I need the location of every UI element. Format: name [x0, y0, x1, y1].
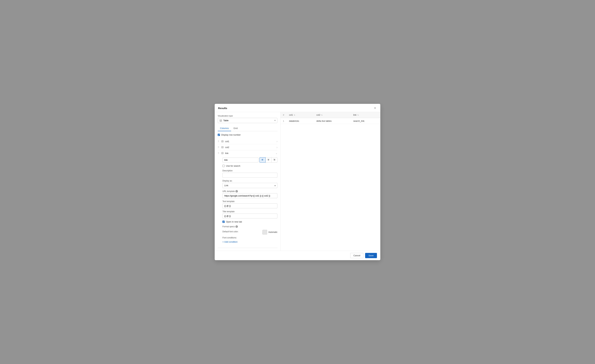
- format-specs-help-icon[interactable]: i: [235, 225, 238, 228]
- col-name-col1: col1: [225, 140, 277, 143]
- svg-rect-0: [220, 120, 222, 122]
- drag-handle-col1[interactable]: ⠿: [218, 140, 220, 143]
- sort-icon-col1: ⇅: [294, 114, 295, 116]
- open-new-tab-label: Open in new tab: [226, 220, 242, 223]
- results-modal: Results × Visualization type: [215, 104, 380, 260]
- description-label: Description: [222, 170, 277, 172]
- expand-arrow-col1: ›: [277, 140, 277, 143]
- left-panel: Visualization type: [215, 112, 281, 251]
- col-name-col2: col2: [225, 146, 277, 149]
- font-conditions-label: Font conditions:: [222, 237, 277, 239]
- column-item-col1[interactable]: ⠿ col1 ›: [218, 138, 277, 144]
- align-center-button[interactable]: [265, 157, 271, 163]
- format-specs-row: Format specs i: [222, 225, 277, 228]
- format-specs-label: Format specs i: [222, 225, 277, 228]
- url-template-help-icon[interactable]: i: [235, 190, 238, 192]
- title-template-label: Title template: [222, 210, 277, 213]
- display-row-number-checkbox[interactable]: [218, 134, 220, 136]
- col-type-icon-col2: [221, 145, 224, 149]
- open-new-tab-checkbox[interactable]: [222, 221, 225, 223]
- color-swatch-automatic[interactable]: [262, 230, 267, 234]
- cell-col2: delta live tables: [314, 118, 351, 124]
- text-template-input[interactable]: [222, 203, 277, 208]
- col-expand-header-link[interactable]: ⠿ link ⌄: [218, 150, 277, 156]
- column-item-link: ⠿ link ⌄: [218, 150, 277, 248]
- use-for-search-label: Use for search: [226, 165, 240, 167]
- url-template-label: URL template i: [222, 190, 277, 192]
- drag-handle-link[interactable]: ⠿: [218, 152, 220, 154]
- display-as-row: Display as: Plain Link Image JSON: [222, 180, 277, 188]
- description-input[interactable]: [222, 173, 277, 178]
- col-expand-body-link: Use for search Description Display as:: [218, 156, 277, 248]
- save-button[interactable]: Save: [365, 253, 377, 258]
- add-condition-button[interactable]: + Add condition: [222, 240, 237, 244]
- close-button[interactable]: ×: [373, 106, 377, 110]
- col-name-input[interactable]: [222, 158, 258, 162]
- cell-link[interactable]: search_link: [351, 118, 380, 124]
- viz-type-value: Table: [223, 119, 228, 122]
- open-new-tab-row: Open in new tab: [222, 220, 277, 223]
- title-template-row: Title template: [222, 210, 277, 219]
- use-for-search-checkbox[interactable]: [222, 165, 225, 167]
- color-swatch-row: Automatic: [262, 230, 277, 234]
- collapse-arrow-link: ⌄: [276, 152, 277, 154]
- url-template-row: URL template i: [222, 190, 277, 198]
- column-list: ⠿ col1 › ⠿: [218, 138, 277, 248]
- display-as-label: Display as:: [222, 180, 277, 182]
- col-input-row: [222, 157, 277, 163]
- modal-body: Visualization type: [215, 112, 380, 251]
- align-right-button[interactable]: [271, 157, 277, 163]
- color-automatic-label: Automatic: [269, 231, 277, 233]
- text-template-row: Text template: [222, 200, 277, 208]
- title-template-input[interactable]: [222, 213, 277, 219]
- drag-handle-col2[interactable]: ⠿: [218, 146, 220, 149]
- table-row: 1 databricks delta live tables search_li…: [281, 118, 380, 124]
- display-as-select[interactable]: Plain Link Image JSON: [222, 183, 277, 188]
- text-template-label: Text template: [222, 200, 277, 203]
- default-font-color-label: Default font color:: [222, 230, 238, 233]
- url-template-input[interactable]: [222, 193, 277, 198]
- col-type-icon-link: [221, 151, 224, 155]
- cancel-button[interactable]: Cancel: [350, 253, 363, 258]
- tab-columns[interactable]: Columns: [218, 126, 231, 131]
- col-header-num: #: [281, 112, 287, 118]
- modal-title: Results: [218, 107, 227, 110]
- align-left-button[interactable]: [259, 157, 266, 163]
- modal-header: Results ×: [215, 104, 380, 112]
- description-row: Description: [222, 170, 277, 178]
- display-row-number-label: Display row number: [221, 134, 241, 136]
- left-panel-inner: Visualization type: [215, 112, 280, 251]
- preview-table: # col1 ⇅ col2 ⇅: [281, 112, 380, 124]
- viz-type-select[interactable]: Table ▾: [218, 118, 277, 123]
- col-header-col1[interactable]: col1 ⇅: [287, 112, 314, 118]
- expand-arrow-col2: ›: [277, 146, 277, 149]
- col-name-link: link: [225, 152, 276, 154]
- use-for-search-row: Use for search: [222, 165, 277, 167]
- sort-icon-col2: ⇅: [321, 114, 323, 116]
- right-panel: # col1 ⇅ col2 ⇅: [281, 112, 380, 251]
- sort-icon-link: ⇅: [357, 114, 359, 116]
- default-font-color-row: Default font color: Automatic: [222, 230, 277, 234]
- cell-row-num: 1: [281, 118, 287, 124]
- cell-col1: databricks: [287, 118, 314, 124]
- col-header-col2[interactable]: col2 ⇅: [314, 112, 351, 118]
- table-icon: [220, 119, 222, 122]
- chevron-down-icon: ▾: [275, 119, 276, 122]
- align-btn-group: [259, 157, 277, 163]
- modal-overlay: Results × Visualization type: [0, 0, 595, 364]
- display-row-number-row: Display row number: [218, 134, 277, 136]
- tabs-bar: Columns Grid: [218, 126, 277, 131]
- modal-footer: Cancel Save: [215, 251, 380, 260]
- font-conditions-row: Font conditions: + Add condition: [222, 237, 277, 244]
- col-type-icon-col1: [221, 140, 224, 143]
- display-as-select-wrap: Plain Link Image JSON: [222, 183, 277, 188]
- column-item-col2[interactable]: ⠿ col2 ›: [218, 144, 277, 150]
- tab-grid[interactable]: Grid: [231, 126, 240, 131]
- col-header-link[interactable]: link ⇅: [351, 112, 380, 118]
- viz-type-label: Visualization type: [218, 115, 277, 117]
